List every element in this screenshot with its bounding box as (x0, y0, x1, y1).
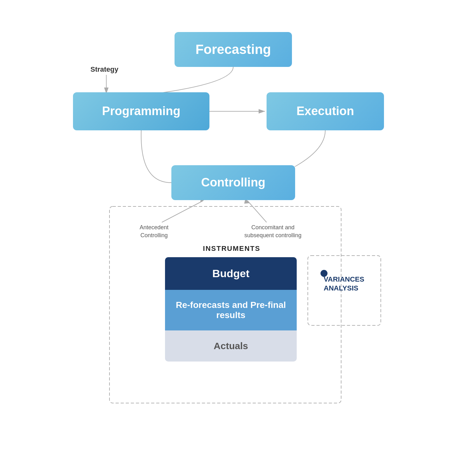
forecasting-box: Forecasting (175, 32, 292, 67)
actuals-row: Actuals (165, 330, 297, 362)
controlling-box: Controlling (171, 165, 295, 200)
arrows-svg (63, 16, 413, 460)
instruments-box: Budget Re-forecasts and Pre-final result… (165, 257, 297, 362)
diagram-container: Strategy Forecasting Programming Executi… (63, 16, 413, 460)
budget-row: Budget (165, 257, 297, 290)
svg-line-10 (162, 201, 203, 222)
controlling-label: Controlling (201, 176, 266, 189)
programming-box: Programming (73, 92, 209, 130)
strategy-label: Strategy (90, 65, 118, 74)
reforecast-row: Re-forecasts and Pre-final results (165, 290, 297, 330)
execution-label: Execution (296, 104, 354, 118)
execution-box: Execution (267, 92, 384, 130)
concomitant-label: Concomitant and subsequent controlling (244, 224, 301, 239)
instruments-title: INSTRUMENTS (170, 245, 294, 253)
svg-line-11 (248, 201, 267, 222)
variances-label: VARIANCES ANALYSIS (324, 275, 364, 293)
programming-label: Programming (102, 104, 180, 118)
forecasting-label: Forecasting (195, 42, 271, 57)
antecedent-label: Antecedent Controlling (140, 224, 169, 239)
